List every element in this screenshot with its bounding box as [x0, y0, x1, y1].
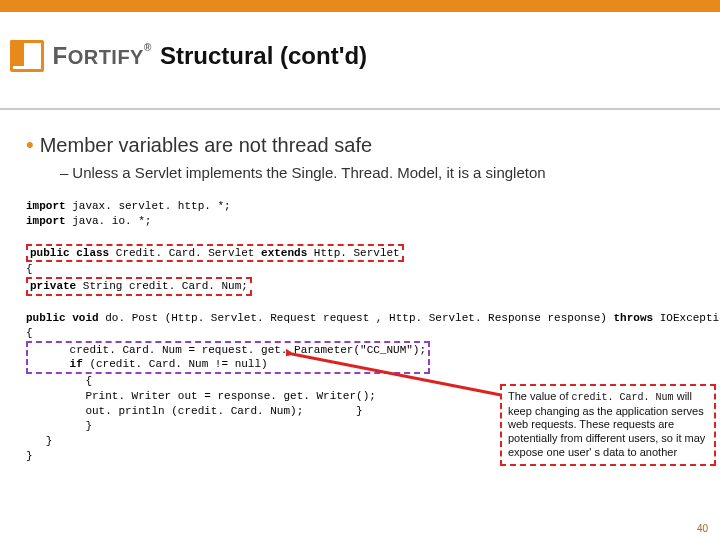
member-decl-box: private String credit. Card. Num; — [26, 277, 252, 296]
bullet2-text: Unless a Servlet implements the Single. … — [72, 164, 545, 181]
kw-import1: import — [26, 200, 66, 212]
code-l14: } — [26, 435, 52, 447]
logo-cap: F — [52, 42, 67, 69]
usage-box: credit. Card. Num = request. get. Parame… — [26, 341, 430, 375]
bullet-level2: –Unless a Servlet implements the Single.… — [60, 164, 694, 181]
kw-private: private — [30, 280, 76, 292]
page-title: Structural (cont'd) — [160, 42, 367, 70]
class-decl-box: public class Credit. Card. Servlet exten… — [26, 244, 404, 263]
kw-throws: throws — [614, 312, 654, 324]
kw-method: public void — [26, 312, 99, 324]
kw-class: public class — [30, 247, 109, 259]
header: FORTIFY® Structural (cont'd) — [0, 12, 720, 110]
bullet-level1: •Member variables are not thread safe — [26, 132, 694, 158]
callout-box: The value of credit. Card. Num will keep… — [500, 384, 716, 466]
code-l1b: javax. servlet. http. *; — [66, 200, 231, 212]
logo-mark — [10, 40, 44, 72]
code-l13: } — [26, 420, 92, 432]
logo: FORTIFY® — [10, 40, 152, 72]
kw-if: if — [30, 358, 83, 370]
code-l15: } — [26, 450, 33, 462]
code-l2b: java. io. *; — [66, 215, 152, 227]
code-l4: { — [26, 263, 33, 275]
code-l7: { — [26, 327, 33, 339]
code-l9b: (credit. Card. Num != null) — [83, 358, 268, 370]
code-l8: credit. Card. Num = request. get. Parame… — [30, 344, 426, 356]
callout-mono: credit. Card. Num — [572, 392, 674, 403]
code-l3b: Credit. Card. Servlet — [109, 247, 261, 259]
code-l6b: do. Post (Http. Servlet. Request request… — [99, 312, 614, 324]
code-l12: out. println (credit. Card. Num); } — [26, 405, 363, 417]
code-l10: { — [26, 375, 92, 387]
logo-reg: ® — [144, 42, 152, 53]
page-number: 40 — [697, 523, 708, 534]
kw-import2: import — [26, 215, 66, 227]
code-l6d: IOException — [653, 312, 720, 324]
callout-t1: The value of — [508, 390, 572, 402]
code-l11: Print. Writer out = response. get. Write… — [26, 390, 376, 402]
bullet-dot-icon: • — [26, 132, 34, 157]
kw-extends: extends — [261, 247, 307, 259]
code-l5b: String credit. Card. Num; — [76, 280, 248, 292]
logo-rest: ORTIFY — [68, 46, 144, 68]
bullet-dash-icon: – — [60, 164, 68, 181]
bullet1-text: Member variables are not thread safe — [40, 134, 372, 156]
top-accent-bar — [0, 0, 720, 12]
code-l3d: Http. Servlet — [307, 247, 399, 259]
logo-text: FORTIFY® — [52, 42, 151, 70]
